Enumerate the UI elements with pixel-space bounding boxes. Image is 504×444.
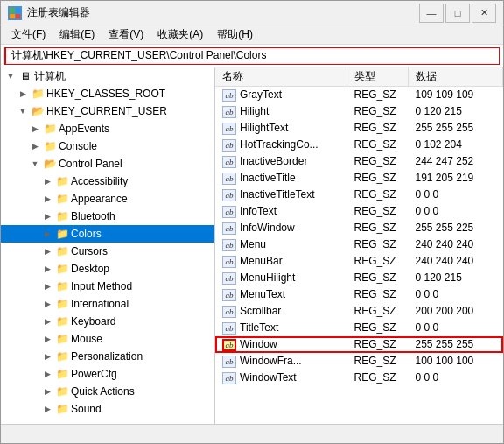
cell-name[interactable]: abMenuBar	[215, 253, 346, 270]
col-header-data[interactable]: 数据	[408, 67, 503, 87]
expand-desktop[interactable]: ▶	[41, 263, 53, 275]
cell-name[interactable]: abWindowFra...	[215, 353, 346, 370]
table-row[interactable]: abHilight REG_SZ 0 120 215	[215, 103, 503, 120]
menu-view[interactable]: 查看(V)	[102, 25, 150, 44]
expand-colors[interactable]: ▶	[41, 228, 53, 240]
title-bar: 注册表编辑器 — □ ✕	[1, 1, 503, 25]
value-icon: ab	[222, 222, 236, 235]
expand-appearance[interactable]: ▶	[41, 193, 53, 205]
cell-name[interactable]: abHilight	[215, 103, 346, 120]
menu-edit[interactable]: 编辑(E)	[52, 25, 102, 44]
tree-item-accessibility[interactable]: ▶ 📁 Accessibility	[1, 173, 214, 190]
expand-hkcu[interactable]: ▼	[17, 105, 29, 117]
tree-item-mouse[interactable]: ▶ 📁 Mouse	[1, 330, 214, 348]
tree-item-powercfg[interactable]: ▶ 📁 PowerCfg	[1, 365, 214, 383]
main-content: ▼ 🖥 计算机 ▶ 📁 HKEY_CLASSES_ROOT ▼ 📂 HKEY_C…	[1, 67, 503, 424]
title-controls: — □ ✕	[419, 4, 496, 23]
expand-hkcr[interactable]: ▶	[17, 88, 29, 100]
table-row[interactable]: abScrollbar REG_SZ 200 200 200	[215, 303, 503, 320]
expand-inputmethod[interactable]: ▶	[41, 280, 53, 292]
cell-name[interactable]: abMenuHilight	[215, 270, 346, 286]
cell-name[interactable]: abInfoText	[215, 203, 346, 220]
menu-favorites[interactable]: 收藏夹(A)	[150, 25, 210, 44]
table-row[interactable]: abInfoWindow REG_SZ 255 255 225	[215, 220, 503, 236]
table-row[interactable]: abMenuBar REG_SZ 240 240 240	[215, 253, 503, 270]
tree-item-bluetooth[interactable]: ▶ 📁 Bluetooth	[1, 208, 214, 225]
expand-controlpanel[interactable]: ▼	[29, 158, 41, 170]
cell-name[interactable]: abWindow	[215, 336, 346, 353]
cell-name[interactable]: abWindowText	[215, 370, 346, 386]
maximize-button[interactable]: □	[445, 4, 470, 23]
col-header-type[interactable]: 类型	[346, 67, 408, 87]
expand-sound[interactable]: ▶	[41, 403, 53, 415]
tree-item-cursors[interactable]: ▶ 📁 Cursors	[1, 243, 214, 260]
tree-item-inputmethod[interactable]: ▶ 📁 Input Method	[1, 278, 214, 295]
tree-item-international[interactable]: ▶ 📁 International	[1, 295, 214, 313]
expand-computer[interactable]: ▼	[4, 70, 17, 82]
expand-keyboard[interactable]: ▶	[41, 315, 53, 328]
table-row[interactable]: abMenu REG_SZ 240 240 240	[215, 236, 503, 253]
expand-console[interactable]: ▶	[29, 140, 41, 152]
table-row[interactable]: abWindowText REG_SZ 0 0 0	[215, 370, 503, 386]
table-row[interactable]: abGrayText REG_SZ 109 109 109	[215, 87, 503, 103]
expand-mouse[interactable]: ▶	[41, 333, 53, 345]
value-name: Hilight	[240, 105, 269, 117]
cell-name[interactable]: abMenuText	[215, 286, 346, 303]
tree-item-sound[interactable]: ▶ 📁 Sound	[1, 400, 214, 418]
expand-powercfg[interactable]: ▶	[41, 368, 53, 380]
table-row[interactable]: abWindow REG_SZ 255 255 255	[215, 336, 503, 353]
cell-name[interactable]: abHilightText	[215, 120, 346, 137]
cell-name[interactable]: abScrollbar	[215, 303, 346, 320]
tree-item-quickactions[interactable]: ▶ 📁 Quick Actions	[1, 383, 214, 400]
value-icon: ab	[222, 106, 236, 118]
menu-help[interactable]: 帮助(H)	[210, 25, 260, 44]
cell-name[interactable]: abGrayText	[215, 87, 346, 103]
cell-name[interactable]: abMenu	[215, 236, 346, 253]
tree-item-appearance[interactable]: ▶ 📁 Appearance	[1, 190, 214, 208]
close-button[interactable]: ✕	[472, 4, 496, 23]
tree-item-desktop[interactable]: ▶ 📁 Desktop	[1, 260, 214, 278]
tree-item-colors[interactable]: ▶ 📁 Colors	[1, 225, 214, 243]
col-header-name[interactable]: 名称	[215, 67, 346, 87]
expand-quickactions[interactable]: ▶	[41, 385, 53, 398]
tree-item-hkcr[interactable]: ▶ 📁 HKEY_CLASSES_ROOT	[1, 85, 214, 102]
table-row[interactable]: abInactiveTitleText REG_SZ 0 0 0	[215, 187, 503, 203]
table-row[interactable]: abMenuText REG_SZ 0 0 0	[215, 286, 503, 303]
tree-item-computer[interactable]: ▼ 🖥 计算机	[1, 67, 214, 85]
tree-item-controlpanel[interactable]: ▼ 📂 Control Panel	[1, 155, 214, 173]
table-row[interactable]: abTitleText REG_SZ 0 0 0	[215, 320, 503, 336]
table-row[interactable]: abHotTrackingCo... REG_SZ 0 102 204	[215, 137, 503, 153]
expand-accessibility[interactable]: ▶	[41, 175, 53, 187]
minimize-button[interactable]: —	[419, 4, 444, 23]
tree-item-console[interactable]: ▶ 📁 Console	[1, 137, 214, 155]
svg-rect-0	[10, 8, 15, 13]
table-row[interactable]: abWindowFra... REG_SZ 100 100 100	[215, 353, 503, 370]
folder-icon-desktop: 📁	[55, 262, 69, 276]
tree-item-personalization[interactable]: ▶ 📁 Personalization	[1, 348, 214, 365]
cell-name[interactable]: abInactiveTitleText	[215, 187, 346, 203]
tree-item-appevents[interactable]: ▶ 📁 AppEvents	[1, 120, 214, 137]
cell-data: 0 0 0	[408, 370, 503, 386]
table-row[interactable]: abMenuHilight REG_SZ 0 120 215	[215, 270, 503, 286]
cell-name[interactable]: abInactiveTitle	[215, 170, 346, 187]
cell-name[interactable]: abInfoWindow	[215, 220, 346, 236]
tree-item-keyboard[interactable]: ▶ 📁 Keyboard	[1, 313, 214, 330]
menu-file[interactable]: 文件(F)	[4, 25, 52, 44]
expand-international[interactable]: ▶	[41, 298, 53, 310]
expand-bluetooth[interactable]: ▶	[41, 210, 53, 222]
expand-personalization[interactable]: ▶	[41, 350, 53, 363]
table-row[interactable]: abHilightText REG_SZ 255 255 255	[215, 120, 503, 137]
cell-data: 244 247 252	[408, 153, 503, 170]
tree-item-hkcu[interactable]: ▼ 📂 HKEY_CURRENT_USER	[1, 102, 214, 120]
table-row[interactable]: abInactiveTitle REG_SZ 191 205 219	[215, 170, 503, 187]
folder-icon-keyboard: 📁	[55, 314, 69, 328]
address-path[interactable]: 计算机\HKEY_CURRENT_USER\Control Panel\Colo…	[4, 47, 500, 65]
cell-name[interactable]: abTitleText	[215, 320, 346, 336]
cell-name[interactable]: abInactiveBorder	[215, 153, 346, 170]
expand-cursors[interactable]: ▶	[41, 245, 53, 257]
tree-label-console: Console	[59, 140, 97, 152]
cell-name[interactable]: abHotTrackingCo...	[215, 137, 346, 153]
table-row[interactable]: abInfoText REG_SZ 0 0 0	[215, 203, 503, 220]
expand-appevents[interactable]: ▶	[29, 123, 41, 135]
table-row[interactable]: abInactiveBorder REG_SZ 244 247 252	[215, 153, 503, 170]
